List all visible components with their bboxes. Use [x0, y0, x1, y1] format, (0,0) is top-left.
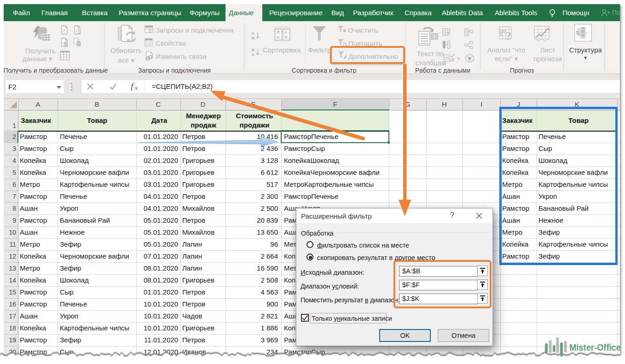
svg-text:?: ?: [505, 29, 511, 42]
svg-text:Я: Я: [251, 35, 255, 40]
svg-text:Mister-Office: Mister-Office: [569, 342, 621, 352]
svg-text:А: А: [251, 52, 255, 57]
svg-text:x: x: [134, 84, 138, 91]
svg-text:А: А: [277, 35, 280, 40]
svg-text:f: f: [131, 83, 134, 91]
svg-text:Я: Я: [284, 35, 287, 40]
svg-text:Я: Я: [277, 30, 279, 35]
svg-text:А: А: [284, 30, 288, 35]
